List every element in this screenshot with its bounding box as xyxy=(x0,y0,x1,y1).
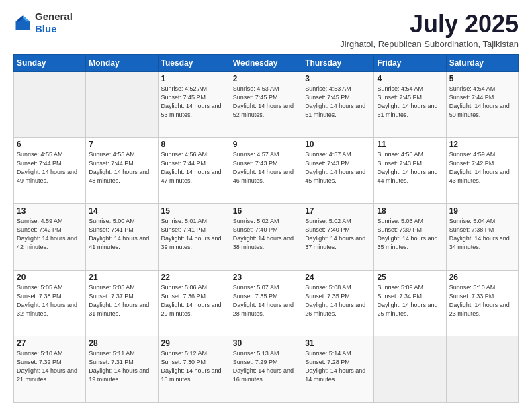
calendar-cell: 3Sunrise: 4:53 AMSunset: 7:45 PMDaylight… xyxy=(302,71,374,138)
day-info: Sunrise: 5:14 AMSunset: 7:28 PMDaylight:… xyxy=(305,349,371,384)
day-number: 15 xyxy=(161,206,227,216)
day-number: 12 xyxy=(449,140,515,149)
day-number: 4 xyxy=(377,74,443,83)
day-info: Sunrise: 4:56 AMSunset: 7:44 PMDaylight:… xyxy=(161,150,227,185)
day-number: 18 xyxy=(377,206,443,216)
week-row-5: 27Sunrise: 5:10 AMSunset: 7:32 PMDayligh… xyxy=(14,336,519,403)
calendar-cell: 5Sunrise: 4:54 AMSunset: 7:44 PMDaylight… xyxy=(446,71,518,138)
day-info: Sunrise: 4:53 AMSunset: 7:45 PMDaylight:… xyxy=(233,85,299,120)
calendar-cell: 21Sunrise: 5:05 AMSunset: 7:37 PMDayligh… xyxy=(86,270,158,336)
day-number: 9 xyxy=(233,140,299,149)
day-number: 29 xyxy=(161,338,227,348)
day-number: 25 xyxy=(377,273,443,282)
day-number: 30 xyxy=(233,338,299,348)
calendar-cell: 26Sunrise: 5:10 AMSunset: 7:33 PMDayligh… xyxy=(446,270,518,336)
calendar-cell: 28Sunrise: 5:11 AMSunset: 7:31 PMDayligh… xyxy=(86,336,158,403)
calendar-cell: 30Sunrise: 5:13 AMSunset: 7:29 PMDayligh… xyxy=(230,336,302,403)
day-info: Sunrise: 5:07 AMSunset: 7:35 PMDaylight:… xyxy=(233,283,299,318)
day-info: Sunrise: 4:52 AMSunset: 7:45 PMDaylight:… xyxy=(161,85,227,120)
calendar-cell: 16Sunrise: 5:02 AMSunset: 7:40 PMDayligh… xyxy=(230,203,302,270)
day-info: Sunrise: 4:55 AMSunset: 7:44 PMDaylight:… xyxy=(17,150,83,185)
calendar-cell: 14Sunrise: 5:00 AMSunset: 7:41 PMDayligh… xyxy=(86,203,158,270)
day-number: 3 xyxy=(305,74,371,83)
calendar-cell: 4Sunrise: 4:54 AMSunset: 7:45 PMDaylight… xyxy=(374,71,446,138)
day-number: 31 xyxy=(305,338,371,348)
week-row-1: 1Sunrise: 4:52 AMSunset: 7:45 PMDaylight… xyxy=(14,71,519,138)
day-info: Sunrise: 5:03 AMSunset: 7:39 PMDaylight:… xyxy=(377,217,443,252)
day-number: 8 xyxy=(161,140,227,149)
day-info: Sunrise: 4:54 AMSunset: 7:45 PMDaylight:… xyxy=(377,85,443,120)
calendar-cell: 18Sunrise: 5:03 AMSunset: 7:39 PMDayligh… xyxy=(374,203,446,270)
day-number: 17 xyxy=(305,206,371,216)
calendar-cell: 29Sunrise: 5:12 AMSunset: 7:30 PMDayligh… xyxy=(158,336,230,403)
calendar-cell: 31Sunrise: 5:14 AMSunset: 7:28 PMDayligh… xyxy=(302,336,374,403)
calendar-cell: 7Sunrise: 4:55 AMSunset: 7:44 PMDaylight… xyxy=(86,138,158,204)
header: General Blue July 2025 Jirghatol, Republ… xyxy=(13,11,519,49)
calendar-cell: 11Sunrise: 4:58 AMSunset: 7:43 PMDayligh… xyxy=(374,138,446,204)
week-row-4: 20Sunrise: 5:05 AMSunset: 7:38 PMDayligh… xyxy=(14,270,519,336)
day-info: Sunrise: 5:08 AMSunset: 7:35 PMDaylight:… xyxy=(305,283,371,318)
logo: General Blue xyxy=(13,11,73,35)
calendar-cell xyxy=(374,336,446,403)
day-number: 20 xyxy=(17,273,83,282)
calendar-cell: 6Sunrise: 4:55 AMSunset: 7:44 PMDaylight… xyxy=(14,138,86,204)
calendar-cell: 15Sunrise: 5:01 AMSunset: 7:41 PMDayligh… xyxy=(158,203,230,270)
day-info: Sunrise: 5:00 AMSunset: 7:41 PMDaylight:… xyxy=(89,217,154,252)
weekday-header-thursday: Thursday xyxy=(302,54,374,71)
day-number: 28 xyxy=(89,338,154,348)
day-info: Sunrise: 5:12 AMSunset: 7:30 PMDaylight:… xyxy=(161,349,227,384)
weekday-header-sunday: Sunday xyxy=(14,54,86,71)
day-number: 24 xyxy=(305,273,371,282)
day-number: 6 xyxy=(17,140,83,149)
weekday-header-friday: Friday xyxy=(374,54,446,71)
day-number: 19 xyxy=(449,206,515,216)
calendar-cell xyxy=(14,71,86,138)
calendar-cell: 23Sunrise: 5:07 AMSunset: 7:35 PMDayligh… xyxy=(230,270,302,336)
calendar-cell: 25Sunrise: 5:09 AMSunset: 7:34 PMDayligh… xyxy=(374,270,446,336)
calendar-cell: 12Sunrise: 4:59 AMSunset: 7:42 PMDayligh… xyxy=(446,138,518,204)
day-info: Sunrise: 4:58 AMSunset: 7:43 PMDaylight:… xyxy=(377,150,443,185)
page: General Blue July 2025 Jirghatol, Republ… xyxy=(0,0,532,411)
day-number: 7 xyxy=(89,140,154,149)
day-info: Sunrise: 5:04 AMSunset: 7:38 PMDaylight:… xyxy=(449,217,515,252)
logo-blue: Blue xyxy=(35,23,57,34)
calendar-cell: 10Sunrise: 4:57 AMSunset: 7:43 PMDayligh… xyxy=(302,138,374,204)
day-number: 27 xyxy=(17,338,83,348)
week-row-3: 13Sunrise: 4:59 AMSunset: 7:42 PMDayligh… xyxy=(14,203,519,270)
weekday-header-monday: Monday xyxy=(86,54,158,71)
day-info: Sunrise: 5:05 AMSunset: 7:38 PMDaylight:… xyxy=(17,283,83,318)
day-info: Sunrise: 5:02 AMSunset: 7:40 PMDaylight:… xyxy=(305,217,371,252)
weekday-header-tuesday: Tuesday xyxy=(158,54,230,71)
day-info: Sunrise: 5:09 AMSunset: 7:34 PMDaylight:… xyxy=(377,283,443,318)
calendar-cell: 13Sunrise: 4:59 AMSunset: 7:42 PMDayligh… xyxy=(14,203,86,270)
calendar-cell: 19Sunrise: 5:04 AMSunset: 7:38 PMDayligh… xyxy=(446,203,518,270)
calendar-cell: 27Sunrise: 5:10 AMSunset: 7:32 PMDayligh… xyxy=(14,336,86,403)
calendar-cell: 22Sunrise: 5:06 AMSunset: 7:36 PMDayligh… xyxy=(158,270,230,336)
logo-text: General Blue xyxy=(35,11,73,35)
day-number: 23 xyxy=(233,273,299,282)
calendar-cell: 2Sunrise: 4:53 AMSunset: 7:45 PMDaylight… xyxy=(230,71,302,138)
calendar-cell: 1Sunrise: 4:52 AMSunset: 7:45 PMDaylight… xyxy=(158,71,230,138)
weekday-header-wednesday: Wednesday xyxy=(230,54,302,71)
calendar-cell xyxy=(446,336,518,403)
day-number: 2 xyxy=(233,74,299,83)
logo-icon xyxy=(13,13,32,32)
calendar-cell: 20Sunrise: 5:05 AMSunset: 7:38 PMDayligh… xyxy=(14,270,86,336)
calendar-cell: 8Sunrise: 4:56 AMSunset: 7:44 PMDaylight… xyxy=(158,138,230,204)
day-number: 1 xyxy=(161,74,227,83)
day-number: 14 xyxy=(89,206,154,216)
day-info: Sunrise: 4:57 AMSunset: 7:43 PMDaylight:… xyxy=(233,150,299,185)
day-info: Sunrise: 5:11 AMSunset: 7:31 PMDaylight:… xyxy=(89,349,154,384)
day-number: 13 xyxy=(17,206,83,216)
day-info: Sunrise: 4:55 AMSunset: 7:44 PMDaylight:… xyxy=(89,150,154,185)
logo-general: General xyxy=(35,11,73,22)
calendar-cell xyxy=(86,71,158,138)
title-block: July 2025 Jirghatol, Republican Subordin… xyxy=(340,11,519,49)
day-number: 26 xyxy=(449,273,515,282)
day-number: 11 xyxy=(377,140,443,149)
day-info: Sunrise: 5:10 AMSunset: 7:32 PMDaylight:… xyxy=(17,349,83,384)
calendar-cell: 9Sunrise: 4:57 AMSunset: 7:43 PMDaylight… xyxy=(230,138,302,204)
day-info: Sunrise: 4:53 AMSunset: 7:45 PMDaylight:… xyxy=(305,85,371,120)
day-info: Sunrise: 5:06 AMSunset: 7:36 PMDaylight:… xyxy=(161,283,227,318)
day-number: 5 xyxy=(449,74,515,83)
